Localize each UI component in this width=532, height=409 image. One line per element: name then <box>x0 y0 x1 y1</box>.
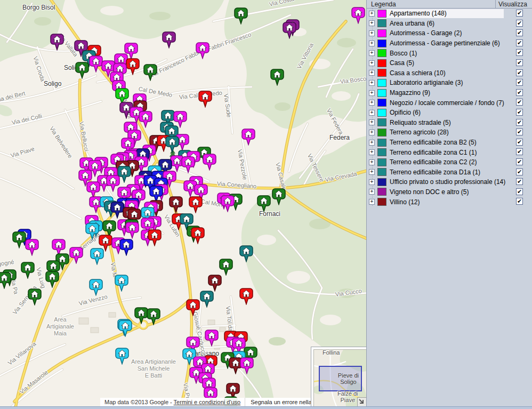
legend-item-highlight[interactable]: Vigneto non DOC e altro (5) <box>377 187 504 196</box>
map-marker-ap[interactable] <box>181 156 195 173</box>
expand-plus-icon[interactable]: + <box>369 199 375 205</box>
map-marker-mg[interactable] <box>115 275 128 292</box>
expand-plus-icon[interactable]: + <box>369 100 375 106</box>
expand-plus-icon[interactable]: + <box>369 60 375 66</box>
map-marker-ta[interactable] <box>143 64 157 81</box>
legend-item-highlight[interactable]: Laboratorio artigianale (3) <box>377 78 504 87</box>
legend-item-reliquato-stradale[interactable]: +Reliquato stradale (5)✔ <box>367 118 532 128</box>
map-marker-ta[interactable] <box>257 195 271 212</box>
terms-link[interactable]: Termini e condizioni d'uso <box>174 399 241 405</box>
expand-plus-icon[interactable]: + <box>369 80 375 86</box>
visibility-checkbox[interactable]: ✔ <box>516 119 523 126</box>
expand-plus-icon[interactable]: + <box>369 30 375 36</box>
map-marker-la[interactable] <box>118 320 132 337</box>
minimap-collapse-button[interactable] <box>357 397 366 406</box>
expand-plus-icon[interactable]: + <box>369 50 375 56</box>
visibility-checkbox[interactable]: ✔ <box>516 10 523 17</box>
visibility-checkbox[interactable]: ✔ <box>516 29 523 36</box>
map-marker-ap[interactable] <box>25 239 39 256</box>
legend-item-terreno-edificabile-zona-c2[interactable]: +Terreno edificabile zona C2 (2)✔ <box>367 157 532 167</box>
visibility-checkbox[interactable]: ✔ <box>516 89 523 96</box>
map-marker-ca[interactable] <box>239 288 253 305</box>
legend-item-highlight[interactable]: Casa (5) <box>377 59 504 68</box>
map-marker-cs[interactable] <box>148 229 162 246</box>
legend-item-autorimessa-garage[interactable]: +Autorimessa - Garage (2)✔ <box>367 28 532 38</box>
map-marker-ta[interactable] <box>0 272 11 289</box>
legend-item-autorimessa-garage-pertinenziale[interactable]: +Autorimessa - Garage pertinenziale (6)✔ <box>367 38 532 49</box>
map-marker-tc1[interactable] <box>165 136 179 153</box>
legend-item-highlight[interactable]: Terreno edificabile zona B2 (5) <box>377 138 504 147</box>
category-label[interactable]: Reliquato stradale (5) <box>390 119 451 126</box>
map-marker-ap[interactable] <box>240 357 254 374</box>
map-marker-ap[interactable] <box>241 129 255 146</box>
expand-plus-icon[interactable]: + <box>369 41 375 46</box>
legend-item-highlight[interactable]: Terreno agricolo (28) <box>377 128 504 137</box>
map-marker-ap[interactable] <box>221 195 235 212</box>
expand-plus-icon[interactable]: + <box>369 110 375 116</box>
legend-item-area-urbana[interactable]: +Area urbana (6)✔ <box>367 19 532 29</box>
map-marker-ap[interactable] <box>69 247 83 264</box>
map-marker-ta[interactable] <box>21 262 35 279</box>
legend-item-highlight[interactable]: Terreno edificabile zona D1a (1) <box>377 167 504 177</box>
expand-plus-icon[interactable]: + <box>369 189 375 195</box>
expand-plus-icon[interactable]: + <box>369 20 375 26</box>
expand-plus-icon[interactable]: + <box>369 140 375 146</box>
visibility-checkbox[interactable]: ✔ <box>516 99 523 106</box>
expand-plus-icon[interactable]: + <box>369 169 375 175</box>
legend-item-highlight[interactable]: Negozio / locale commerciale / fondo (7) <box>377 98 504 107</box>
legend-item-terreno-edificabile-zona-d1a[interactable]: +Terreno edificabile zona D1a (1)✔ <box>367 167 532 178</box>
category-label[interactable]: Autorimessa - Garage (2) <box>390 29 462 37</box>
expand-plus-icon[interactable]: + <box>369 149 375 155</box>
map-marker-ta[interactable] <box>12 231 26 248</box>
map-marker-op[interactable] <box>89 279 103 296</box>
category-label[interactable]: Appartamento (148) <box>390 10 447 17</box>
legend-item-highlight[interactable]: Area urbana (6) <box>377 19 504 28</box>
map-marker-vi[interactable] <box>162 31 176 49</box>
category-label[interactable]: Autorimessa - Garage pertinenziale (6) <box>390 39 500 47</box>
legend-item-terreno-edificabile-zona-c1[interactable]: +Terreno edificabile zona C1 (1)✔ <box>367 147 532 157</box>
category-label[interactable]: Laboratorio artigianale (3) <box>390 79 463 86</box>
visibility-checkbox[interactable]: ✔ <box>516 69 523 76</box>
legend-item-highlight[interactable]: Terreno edificabile zona C1 (1) <box>377 148 504 157</box>
map-marker-rs[interactable] <box>200 291 214 308</box>
map-marker-ta[interactable] <box>28 288 42 306</box>
map-marker-ca[interactable] <box>198 91 212 108</box>
legend-item-laboratorio-artigianale[interactable]: +Laboratorio artigianale (3)✔ <box>367 78 532 88</box>
legend-item-highlight[interactable]: Ufficio privato o studio professionale (… <box>377 178 504 187</box>
map-marker-vi[interactable] <box>50 34 64 51</box>
visibility-checkbox[interactable]: ✔ <box>516 39 523 46</box>
category-label[interactable]: Negozio / locale commerciale / fondo (7) <box>390 99 504 107</box>
map-marker-ap[interactable] <box>203 154 216 171</box>
minimap-canvas[interactable]: Follina Pieve di Soligo Falzè di Piave <box>313 349 366 407</box>
visibility-checkbox[interactable]: ✔ <box>516 109 523 116</box>
category-label[interactable]: Magazzino (9) <box>390 89 430 97</box>
expand-plus-icon[interactable]: + <box>369 130 375 135</box>
legend-item-highlight[interactable]: Reliquato stradale (5) <box>377 118 504 127</box>
category-label[interactable]: Bosco (1) <box>390 50 417 57</box>
legend-item-vigneto-non-doc-e-altro[interactable]: +Vigneto non DOC e altro (5)✔ <box>367 187 532 197</box>
visibility-checkbox[interactable]: ✔ <box>516 188 523 195</box>
legend-item-terreno-edificabile-zona-b2[interactable]: +Terreno edificabile zona B2 (5)✔ <box>367 138 532 148</box>
category-label[interactable]: Vigneto non DOC e altro (5) <box>390 188 469 196</box>
category-label[interactable]: Casa (5) <box>390 59 414 67</box>
category-label[interactable]: Terreno edificabile zona C2 (2) <box>390 158 477 166</box>
map-marker-op[interactable] <box>115 348 129 365</box>
map-marker-ta[interactable] <box>219 259 233 276</box>
legend-item-casa-a-schiera[interactable]: +Casa a schiera (10)✔ <box>367 68 532 78</box>
map-marker-ap[interactable] <box>351 7 365 24</box>
visibility-checkbox[interactable]: ✔ <box>516 148 523 155</box>
map-marker-ne[interactable] <box>119 239 133 256</box>
map-marker-cs[interactable] <box>189 196 203 213</box>
legend-item-highlight[interactable]: Autorimessa - Garage (2) <box>377 29 504 38</box>
map-marker-ta[interactable] <box>147 308 160 325</box>
expand-plus-icon[interactable]: + <box>369 11 375 17</box>
visibility-checkbox[interactable]: ✔ <box>516 79 523 86</box>
map-marker-cs[interactable] <box>191 227 205 244</box>
category-label[interactable]: Villino (12) <box>390 198 420 206</box>
map-marker-ta[interactable] <box>270 69 284 86</box>
overview-minimap[interactable]: Follina Pieve di Soligo Falzè di Piave <box>311 347 366 407</box>
legend-item-highlight[interactable]: Bosco (1) <box>377 49 504 58</box>
category-label[interactable]: Terreno edificabile zona C1 (1) <box>390 149 477 156</box>
legend-item-opificio[interactable]: +Opificio (6)✔ <box>367 108 532 118</box>
map-marker-ta[interactable] <box>272 188 286 205</box>
